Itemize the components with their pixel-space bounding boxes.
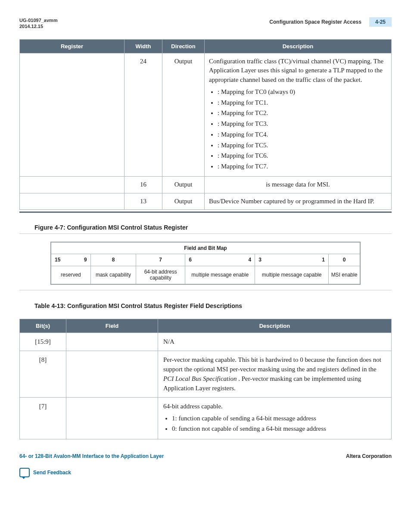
field-msi-enable: MSI enable bbox=[328, 266, 360, 284]
bit-range: 8 bbox=[90, 254, 136, 266]
list-item: : Mapping for TC4. bbox=[218, 130, 387, 140]
desc-italic: PCI Local Bus Specification bbox=[163, 375, 237, 382]
register-table: Register Width Direction Description 24 … bbox=[19, 39, 392, 210]
bit-range: 7 bbox=[136, 254, 185, 266]
bitmap-header: Field and Bit Map bbox=[51, 242, 360, 254]
header-right: Configuration Space Register Access 4-25 bbox=[269, 17, 392, 27]
th-direction: Direction bbox=[162, 39, 205, 53]
doc-date: 2014.12.15 bbox=[19, 23, 58, 29]
cell-width: 13 bbox=[125, 193, 162, 210]
desc-text: registers defined in the bbox=[318, 366, 377, 373]
figure-caption: Figure 4-7: Configuration MSI Control St… bbox=[19, 224, 392, 231]
table-row: [7] 64-bit address capable. 1: function … bbox=[20, 398, 392, 439]
page-footer: 64- or 128-Bit Avalon-MM Interface to th… bbox=[19, 453, 392, 477]
cell-description: Per-vector masking capable. This bit is … bbox=[158, 351, 392, 398]
page-header: UG-01097_avmm 2014.12.15 Configuration S… bbox=[19, 17, 392, 30]
table-bottom-rule bbox=[19, 212, 392, 213]
table-row: 16 Output is message data for MSI. bbox=[20, 176, 392, 193]
field-mask-capability: mask capability bbox=[90, 266, 136, 284]
list-item: : Mapping for TC5. bbox=[218, 141, 387, 150]
desc-intro: Configuration traffic class (TC)/virtual… bbox=[209, 57, 387, 85]
cell-description: N/A bbox=[158, 333, 392, 351]
cell-field bbox=[66, 398, 158, 439]
list-item: 0: function not capable of sending a 64-… bbox=[172, 424, 386, 434]
footer-company: Altera Corporation bbox=[346, 453, 392, 459]
desc-text: and bbox=[306, 366, 317, 373]
th-bits: Bit(s) bbox=[20, 319, 66, 333]
cell-width: 16 bbox=[125, 176, 162, 193]
footer-chapter-link[interactable]: 64- or 128-Bit Avalon-MM Interface to th… bbox=[19, 453, 164, 459]
desc-bullets: 1: function capable of sending a 64-bit … bbox=[163, 414, 386, 434]
mapping-list: : Mapping for TC0 (always 0) : Mapping f… bbox=[209, 87, 387, 171]
cell-direction: Output bbox=[162, 193, 205, 210]
bitmap-table: Field and Bit Map 159 8 7 64 31 0 reserv… bbox=[50, 242, 361, 284]
bit-number-row: 159 8 7 64 31 0 bbox=[51, 254, 360, 266]
field-64bit-addr: 64-bit address capability bbox=[136, 266, 185, 284]
th-register: Register bbox=[20, 39, 125, 53]
field-mult-msg-enable: multiple message enable bbox=[185, 266, 255, 284]
table-row: 24 Output Configuration traffic class (T… bbox=[20, 53, 392, 176]
list-item: : Mapping for TC0 (always 0) bbox=[218, 87, 387, 97]
list-item: : Mapping for TC7. bbox=[218, 162, 387, 171]
send-feedback-link[interactable]: Send Feedback bbox=[19, 468, 392, 477]
section-title: Configuration Space Register Access bbox=[269, 19, 361, 25]
table-row: [15:9] N/A bbox=[20, 333, 392, 351]
table-caption: Table 4-13: Configuration MSI Control St… bbox=[19, 302, 392, 309]
cell-register bbox=[20, 176, 125, 193]
bit-range: 64 bbox=[185, 254, 255, 266]
doc-id-block: UG-01097_avmm 2014.12.15 bbox=[19, 17, 58, 30]
cell-bits: [7] bbox=[20, 398, 66, 439]
table-row: [8] Per-vector masking capable. This bit… bbox=[20, 351, 392, 398]
field-description-table: Bit(s) Field Description [15:9] N/A [8] … bbox=[19, 319, 392, 439]
cell-bits: [15:9] bbox=[20, 333, 66, 351]
th-description: Description bbox=[205, 39, 392, 53]
bit-range: 0 bbox=[328, 254, 360, 266]
list-item: : Mapping for TC1. bbox=[218, 98, 387, 108]
bit-range: 31 bbox=[255, 254, 329, 266]
cell-field bbox=[66, 351, 158, 398]
separator bbox=[19, 290, 392, 290]
cell-width: 24 bbox=[125, 53, 162, 176]
th-width: Width bbox=[125, 39, 162, 53]
table-row: 13 Output Bus/Device Number captured by … bbox=[20, 193, 392, 210]
cell-description: Configuration traffic class (TC)/virtual… bbox=[205, 53, 392, 176]
list-item: 1: function capable of sending a 64-bit … bbox=[172, 414, 386, 423]
cell-description: Bus/Device Number captured by or program… bbox=[205, 193, 392, 210]
cell-direction: Output bbox=[162, 53, 205, 176]
th-field: Field bbox=[66, 319, 158, 333]
bit-range: 159 bbox=[51, 254, 90, 266]
field-reserved: reserved bbox=[51, 266, 90, 284]
cell-register bbox=[20, 53, 125, 176]
cell-field bbox=[66, 333, 158, 351]
cell-description: is message data for MSI. bbox=[205, 176, 392, 193]
cell-register bbox=[20, 193, 125, 210]
list-item: : Mapping for TC3. bbox=[218, 119, 387, 129]
th-description: Description bbox=[158, 319, 392, 333]
bit-field-row: reserved mask capability 64-bit address … bbox=[51, 266, 360, 284]
separator bbox=[19, 233, 392, 234]
list-item: : Mapping for TC6. bbox=[218, 151, 387, 161]
list-item: : Mapping for TC2. bbox=[218, 109, 387, 118]
cell-bits: [8] bbox=[20, 351, 66, 398]
cell-direction: Output bbox=[162, 176, 205, 193]
page-number-badge: 4-25 bbox=[369, 17, 392, 27]
doc-id: UG-01097_avmm bbox=[19, 17, 58, 23]
cell-description: 64-bit address capable. 1: function capa… bbox=[158, 398, 392, 439]
field-mult-msg-capable: multiple message capable bbox=[255, 266, 329, 284]
feedback-icon bbox=[19, 468, 30, 477]
feedback-label: Send Feedback bbox=[33, 470, 71, 476]
desc-head: 64-bit address capable. bbox=[163, 402, 386, 411]
